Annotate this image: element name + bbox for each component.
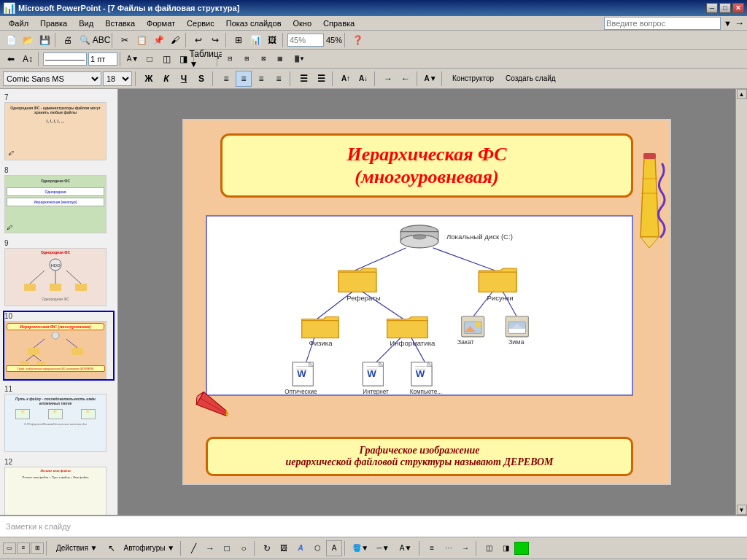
menu-view[interactable]: Вид: [73, 18, 99, 29]
slide-num-10: 10: [4, 312, 113, 320]
help-button[interactable]: ❓: [349, 32, 365, 48]
preview-button[interactable]: 🔍: [77, 32, 93, 48]
help-search-icon[interactable]: →: [735, 18, 744, 28]
shadow-draw-btn[interactable]: ◫: [481, 540, 497, 556]
ellipse-tool-btn[interactable]: ○: [236, 540, 252, 556]
insert-table-button[interactable]: ⊞: [231, 32, 247, 48]
diagram-btn[interactable]: ⬡: [309, 540, 325, 556]
table-btn[interactable]: Таблица ▼: [198, 51, 214, 67]
align-right-btn[interactable]: ≡: [253, 71, 269, 87]
rect-tool-btn[interactable]: □: [219, 540, 235, 556]
font-color-btn[interactable]: A▼: [422, 71, 438, 87]
close-button[interactable]: ✕: [732, 3, 744, 13]
menu-insert[interactable]: Вставка: [99, 18, 141, 29]
align-center-btn[interactable]: ≡: [236, 71, 252, 87]
slide-thumb-7[interactable]: 7 Однородная ФС - администраторы файлов …: [3, 92, 115, 162]
decrease-font-btn[interactable]: A↓: [355, 71, 371, 87]
text-dir-btn[interactable]: A↕: [20, 51, 36, 67]
spell-button[interactable]: ABC: [93, 32, 109, 48]
shadow-btn[interactable]: ◫: [158, 51, 174, 67]
align-left-tb[interactable]: ⬅: [3, 51, 19, 67]
copy-button[interactable]: 📋: [133, 32, 150, 48]
font-size-select[interactable]: 18: [103, 71, 132, 86]
shadow-button[interactable]: S: [193, 71, 209, 87]
line-tool-btn[interactable]: ╱: [185, 540, 201, 556]
slidesorter-view-btn[interactable]: ⊞: [31, 542, 44, 554]
rotate-btn[interactable]: ↻: [259, 540, 275, 556]
line-color-btn[interactable]: ─▼: [372, 540, 394, 556]
zoom-input[interactable]: [287, 34, 324, 47]
normal-view-btn[interactable]: ▭: [3, 542, 16, 554]
minimize-button[interactable]: ─: [706, 3, 718, 13]
cursor-btn[interactable]: ↖: [104, 540, 120, 556]
slide-thumb-8[interactable]: 8 Однородная ФС Однородная Иерархическая…: [3, 165, 115, 235]
dash-style-btn[interactable]: ⋯: [441, 540, 457, 556]
insert-picture-button[interactable]: 🖼: [264, 32, 280, 48]
green-btn[interactable]: [514, 542, 529, 555]
scroll-down-btn[interactable]: ▼: [737, 505, 747, 515]
indent-less-btn[interactable]: ←: [398, 71, 414, 87]
undo-button[interactable]: ↩: [190, 32, 206, 48]
scroll-up-btn[interactable]: ▲: [737, 89, 747, 99]
increase-font-btn[interactable]: A↑: [338, 71, 354, 87]
fill-color-btn[interactable]: A▼: [125, 51, 141, 67]
tbl-fill[interactable]: ▓▼: [289, 51, 311, 67]
bullets-btn[interactable]: ☰: [295, 71, 311, 87]
menu-format[interactable]: Формат: [141, 18, 181, 29]
arrow-style-btn[interactable]: →: [457, 540, 473, 556]
3d-draw-btn[interactable]: ◨: [498, 540, 514, 556]
tbl-border4[interactable]: ▦: [272, 51, 288, 67]
font-family-select[interactable]: Comic Sans MS: [3, 71, 101, 86]
print-button[interactable]: 🖨: [60, 32, 76, 48]
slide-thumb-11[interactable]: 11 Путь к файлу - последовательность имё…: [3, 384, 115, 454]
slide-thumb-12[interactable]: 12 Полное имя файла Полное имя файла = П…: [3, 456, 115, 515]
menu-service[interactable]: Сервис: [181, 18, 220, 29]
arrow-tool-btn[interactable]: →: [202, 540, 218, 556]
clip-art-btn[interactable]: 🖼: [276, 540, 292, 556]
open-button[interactable]: 📂: [20, 32, 36, 48]
menu-help[interactable]: Справка: [317, 18, 360, 29]
menu-edit[interactable]: Правка: [34, 18, 73, 29]
slide-thumb-9[interactable]: 9 Однородная ФС HDD Однородная ФС: [3, 238, 115, 308]
font-color-draw-btn[interactable]: A▼: [395, 540, 417, 556]
formatpainter-button[interactable]: 🖌: [167, 32, 183, 48]
help-input[interactable]: [604, 17, 721, 30]
italic-button[interactable]: К: [158, 71, 174, 87]
cut-button[interactable]: ✂: [117, 32, 133, 48]
help-dropdown-icon[interactable]: ▼: [724, 19, 732, 28]
texbox-btn[interactable]: A: [326, 540, 342, 556]
redo-button[interactable]: ↪: [207, 32, 223, 48]
indent-more-btn[interactable]: →: [380, 71, 396, 87]
tbl-border3[interactable]: ⊠: [255, 51, 271, 67]
underline-button[interactable]: Ч: [176, 71, 192, 87]
justify-btn[interactable]: ≡: [271, 71, 287, 87]
autoshapes-button[interactable]: Автофигуры ▼: [120, 540, 179, 556]
line-style-input[interactable]: [43, 52, 87, 66]
menu-window[interactable]: Окно: [287, 18, 318, 29]
outline-view-btn[interactable]: ≡: [17, 542, 30, 554]
line-style-btn[interactable]: ≡: [424, 540, 440, 556]
paste-button[interactable]: 📌: [150, 32, 166, 48]
save-button[interactable]: 💾: [36, 32, 53, 48]
tbl-border1[interactable]: ⊟: [222, 51, 238, 67]
new-slide-button[interactable]: Создать слайд: [500, 71, 561, 87]
line-width-input[interactable]: [88, 52, 117, 66]
designer-button[interactable]: Конструктор: [447, 71, 499, 87]
wordart-btn[interactable]: A: [293, 540, 309, 556]
actions-button[interactable]: Действия ▼: [51, 540, 103, 556]
align-left-btn[interactable]: ≡: [218, 71, 234, 87]
fs6: [417, 71, 419, 86]
maximize-button[interactable]: □: [719, 3, 731, 13]
numbered-btn[interactable]: ☰: [313, 71, 329, 87]
bold-button[interactable]: Ж: [141, 71, 157, 87]
new-button[interactable]: 📄: [3, 32, 19, 48]
menu-slideshow[interactable]: Показ слайдов: [220, 18, 287, 29]
slide-canvas[interactable]: Иерархическая ФС (многоуровневая): [182, 119, 671, 485]
insert-chart-button[interactable]: 📊: [247, 32, 263, 48]
shape-select[interactable]: □: [142, 51, 158, 67]
right-scrollbar[interactable]: ▲ ▼: [735, 89, 747, 515]
fill-color-draw-btn[interactable]: 🪣▼: [349, 540, 371, 556]
slide-thumb-10[interactable]: 10 Иерархическая ФС (многоуровневая): [3, 311, 115, 381]
tbl-border2[interactable]: ⊞: [239, 51, 255, 67]
menu-file[interactable]: Файл: [3, 18, 34, 29]
